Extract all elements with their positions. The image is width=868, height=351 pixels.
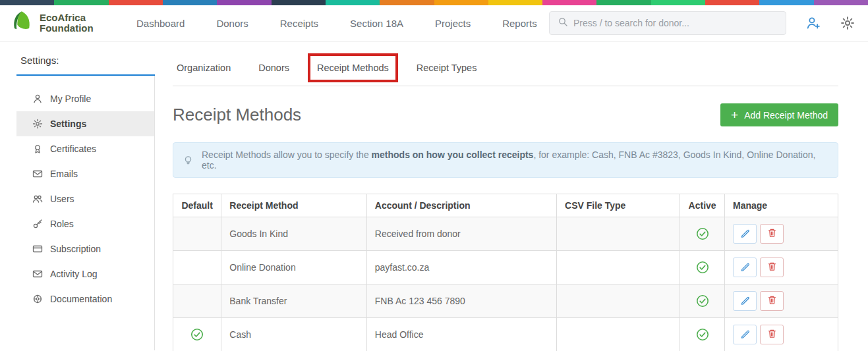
gear-icon (32, 119, 43, 129)
nav-item-section-18a[interactable]: Section 18A (350, 18, 403, 29)
stripe-segment (326, 0, 380, 5)
nav-item-reports[interactable]: Reports (502, 18, 537, 29)
csv-type-cell (557, 284, 680, 318)
delete-button[interactable] (760, 291, 784, 311)
nav-item-receipts[interactable]: Receipts (280, 18, 318, 29)
nav-item-projects[interactable]: Projects (435, 18, 471, 29)
award-icon (32, 144, 43, 154)
tab-donors[interactable]: Donors (257, 61, 291, 74)
account-cell: Received from donor (366, 217, 556, 251)
brand-logo[interactable]: EcoAfrica Foundation (9, 9, 118, 37)
sidebar-item-subscription[interactable]: Subscription (16, 236, 154, 261)
stripe-segment (651, 0, 705, 5)
account-cell: Head Office (366, 318, 556, 351)
app-header: EcoAfrica Foundation DashboardDonorsRece… (0, 5, 868, 41)
default-cell (173, 284, 221, 318)
sidebar-item-users[interactable]: Users (16, 186, 154, 211)
edit-button[interactable] (733, 224, 757, 244)
delete-button[interactable] (760, 257, 784, 277)
stripe-segment (54, 0, 108, 5)
trash-icon (767, 228, 777, 240)
stripe-segment (272, 0, 326, 5)
donor-search[interactable] (549, 11, 786, 35)
delete-button[interactable] (760, 224, 784, 244)
active-check-icon (696, 227, 709, 240)
stripe-segment (217, 0, 271, 5)
nav-item-donors[interactable]: Donors (216, 18, 248, 29)
trash-icon (767, 329, 777, 340)
search-icon (558, 16, 568, 30)
card-icon (32, 244, 43, 254)
column-header-account-description: Account / Description (366, 194, 556, 217)
default-cell (173, 217, 221, 251)
sidebar-item-label: Certificates (50, 144, 96, 154)
stripe-segment (434, 0, 488, 5)
sidebar-item-label: Activity Log (50, 269, 98, 279)
column-header-csv-file-type: CSV File Type (557, 194, 680, 217)
plus-icon: + (731, 109, 738, 121)
leaf-logo-icon (9, 9, 34, 37)
search-input[interactable] (573, 18, 778, 28)
edit-button[interactable] (733, 257, 757, 277)
main-content: OrganizationDonorsReceipt MethodsReceipt… (155, 41, 868, 350)
method-cell: Cash (221, 318, 367, 351)
stripe-segment (596, 0, 651, 5)
page-title: Receipt Methods (173, 105, 301, 125)
sidebar-item-label: My Profile (50, 94, 91, 104)
default-cell (173, 318, 221, 351)
tab-receipt-types[interactable]: Receipt Types (415, 61, 478, 74)
tab-receipt-methods[interactable]: Receipt Methods (316, 61, 390, 74)
top-color-stripe (0, 0, 868, 5)
column-header-manage: Manage (725, 194, 838, 217)
table-row: Bank TransferFNB Ac 123 456 7890 (173, 284, 838, 318)
stripe-segment (542, 0, 596, 5)
sidebar-item-my-profile[interactable]: My Profile (16, 86, 154, 111)
default-check-icon (190, 328, 204, 341)
edit-button[interactable] (733, 325, 757, 344)
active-cell (680, 251, 725, 284)
manage-cell (725, 251, 838, 284)
nav-item-dashboard[interactable]: Dashboard (136, 18, 185, 29)
add-receipt-method-button[interactable]: + Add Receipt Method (720, 103, 838, 126)
settings-tabs: OrganizationDonorsReceipt MethodsReceipt… (173, 41, 838, 86)
table-header-row: DefaultReceipt MethodAccount / Descripti… (173, 194, 838, 217)
sidebar-item-activity-log[interactable]: Activity Log (16, 261, 154, 286)
trash-icon (767, 261, 777, 273)
users-icon (32, 194, 43, 204)
manage-cell (725, 318, 838, 351)
sidebar-item-label: Emails (50, 169, 78, 179)
pencil-icon (740, 228, 750, 240)
sidebar-item-label: Roles (50, 219, 74, 229)
sidebar-item-roles[interactable]: Roles (16, 211, 154, 236)
stripe-segment (163, 0, 217, 5)
stripe-segment (109, 0, 163, 5)
brand-name: EcoAfrica Foundation (40, 13, 94, 34)
stripe-segment (814, 0, 868, 5)
manage-cell (725, 217, 838, 251)
sidebar-item-documentation[interactable]: Documentation (16, 286, 154, 311)
pencil-icon (740, 329, 750, 340)
active-check-icon (696, 261, 709, 274)
info-banner: Receipt Methods allow you to specify the… (173, 142, 838, 178)
settings-sidebar: Settings: My ProfileSettingsCertificates… (16, 41, 155, 350)
sidebar-item-settings[interactable]: Settings (16, 111, 154, 136)
docgear-icon (32, 294, 43, 304)
table-row: Goods In KindReceived from donor (173, 217, 838, 251)
sidebar-item-emails[interactable]: Emails (16, 161, 154, 186)
stripe-segment (759, 0, 813, 5)
active-check-icon (696, 328, 709, 341)
manage-cell (725, 284, 838, 318)
account-cell: FNB Ac 123 456 7890 (366, 284, 556, 318)
add-user-icon[interactable] (806, 16, 821, 30)
edit-button[interactable] (733, 291, 757, 311)
active-cell (680, 318, 725, 351)
csv-type-cell (557, 217, 680, 251)
tab-organization[interactable]: Organization (175, 61, 232, 74)
active-cell (680, 284, 725, 318)
stripe-segment (0, 0, 54, 5)
csv-type-cell (557, 318, 680, 351)
sidebar-item-certificates[interactable]: Certificates (16, 136, 154, 161)
settings-gear-icon[interactable] (840, 16, 855, 30)
delete-button[interactable] (760, 325, 784, 344)
sidebar-item-label: Settings (50, 119, 86, 129)
